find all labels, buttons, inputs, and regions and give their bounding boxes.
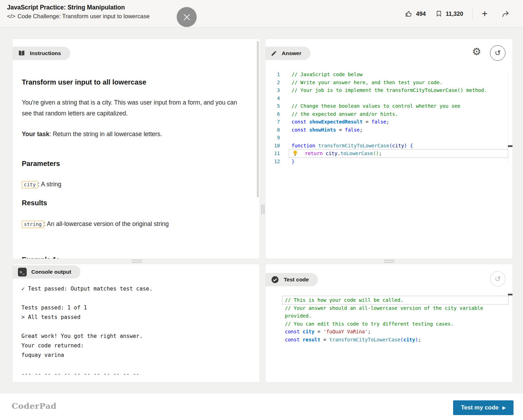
horizontal-resize-handle-right[interactable] xyxy=(384,260,394,263)
play-icon: ▶ xyxy=(503,405,506,410)
page-subtitle: </>Code Challenge: Transform user input … xyxy=(7,13,150,20)
horizontal-resize-handle-left[interactable] xyxy=(132,260,142,263)
editor-overview-marker xyxy=(508,294,512,295)
likes-stat[interactable]: 494 xyxy=(405,10,426,18)
tab-console-label: Console output xyxy=(31,269,71,275)
line-number: 1 xyxy=(266,71,289,79)
challenge-intro: You're given a string that is a city. Th… xyxy=(22,97,244,119)
line-number: 11 xyxy=(266,149,289,158)
code-tag-icon: </> xyxy=(7,13,15,19)
header-divider xyxy=(472,7,473,20)
reset-answer-button[interactable]: ↺ xyxy=(490,45,505,61)
line-number: 12 xyxy=(266,158,289,166)
bookmarks-count: 11,320 xyxy=(446,11,463,17)
terminal-icon: >_ xyxy=(18,268,27,276)
tab-answer-label: Answer xyxy=(282,50,301,56)
page-subtitle-text: Code Challenge: Transform user input to … xyxy=(18,13,150,19)
pencil-icon xyxy=(271,50,277,56)
page-title: JavaScript Practice: String Manipulation xyxy=(7,4,150,11)
parameters-heading: Parameters xyxy=(22,160,60,168)
tab-answer[interactable]: Answer xyxy=(266,47,310,60)
task-label: Your task xyxy=(22,131,49,138)
line-number: 8 xyxy=(266,126,289,134)
code-line[interactable]: 3// Your job is to implement the transfo… xyxy=(266,86,508,94)
book-icon xyxy=(18,50,25,56)
param-desc: : A string xyxy=(38,181,61,188)
line-number: 3 xyxy=(266,86,289,94)
code-line[interactable]: const city = 'fuQuaY VaRina'; xyxy=(282,328,508,336)
code-line[interactable]: 9 xyxy=(266,134,508,142)
tab-instructions-label: Instructions xyxy=(30,50,61,56)
vertical-resize-handle[interactable] xyxy=(261,205,264,214)
close-icon xyxy=(182,13,191,22)
tab-test-code[interactable]: Test code xyxy=(266,273,318,286)
test-my-code-label: Test my code xyxy=(461,404,498,411)
code-line[interactable]: // This is how your code will be called. xyxy=(282,296,508,304)
result-chip: string xyxy=(22,221,44,228)
challenge-task: Your task: Return the string in all lowe… xyxy=(22,129,244,140)
code-line[interactable]: 12} xyxy=(266,158,508,166)
bookmark-icon[interactable] xyxy=(436,10,442,18)
editor-overview-marker xyxy=(508,145,512,147)
code-line[interactable]: 6// the expected answer and/or hints. xyxy=(266,110,508,118)
code-line[interactable]: 11return city.toLowerCase(); xyxy=(266,149,508,158)
answer-panel: Answer ⚙ ↺ 1// JavaScript code below2// … xyxy=(265,39,513,259)
share-icon[interactable] xyxy=(502,10,510,18)
footer: CoderPad Test my code ▶ xyxy=(0,393,523,420)
line-number: 2 xyxy=(266,79,289,87)
likes-count: 494 xyxy=(416,11,426,17)
param-chip: city xyxy=(22,181,38,188)
check-circle-icon xyxy=(271,275,279,284)
lightbulb-icon[interactable] xyxy=(292,149,305,158)
console-panel: >_ Console output ✓ Test passed: Output … xyxy=(12,264,260,382)
instructions-scrollbar[interactable] xyxy=(257,41,259,198)
line-number: 4 xyxy=(266,94,289,102)
thumbs-up-icon[interactable] xyxy=(405,10,413,18)
tab-test-code-label: Test code xyxy=(284,276,309,283)
line-number: 10 xyxy=(266,142,289,150)
test-code-editor[interactable]: // This is how your code will be called.… xyxy=(282,296,508,344)
answer-code-editor[interactable]: 1// JavaScript code below2// Write your … xyxy=(266,71,508,165)
add-button[interactable]: + xyxy=(482,9,488,19)
bookmarks-stat[interactable]: 11,320 xyxy=(436,10,463,18)
results-heading: Results xyxy=(22,199,47,207)
code-line[interactable]: 5// Change these boolean values to contr… xyxy=(266,102,508,110)
coderpad-logo: CoderPad xyxy=(12,401,57,411)
settings-gear-icon[interactable]: ⚙ xyxy=(472,47,481,57)
line-number: 5 xyxy=(266,102,289,110)
test-code-panel: Test code ↺ // This is how your code wil… xyxy=(265,264,513,382)
header-text: JavaScript Practice: String Manipulation… xyxy=(7,4,150,20)
line-number: 7 xyxy=(266,118,289,126)
tab-instructions[interactable]: Instructions xyxy=(13,47,70,60)
line-number: 6 xyxy=(266,110,289,118)
close-button[interactable] xyxy=(177,7,197,27)
test-my-code-button[interactable]: Test my code ▶ xyxy=(453,400,514,415)
instructions-panel: Instructions Transform user input to all… xyxy=(12,39,260,259)
code-line[interactable]: 2// Write your answer here, and then tes… xyxy=(266,79,508,87)
tab-console-output[interactable]: >_ Console output xyxy=(13,265,80,279)
example-heading: Example 1: xyxy=(22,256,59,259)
result-row: string: An all-lowercase version of the … xyxy=(22,219,244,230)
code-line[interactable]: 1// JavaScript code below xyxy=(266,71,508,79)
result-desc: : An all-lowercase version of the origin… xyxy=(44,220,169,227)
code-line[interactable]: 10function transformCityToLowerCase(city… xyxy=(266,142,508,150)
code-line[interactable]: 8const showHints = false; xyxy=(266,126,508,134)
line-number: 9 xyxy=(266,134,289,142)
code-line[interactable]: 4 xyxy=(266,94,508,102)
code-line[interactable]: const result = transformCityToLowerCase(… xyxy=(282,336,508,344)
workspace: Instructions Transform user input to all… xyxy=(0,27,523,393)
challenge-heading: Transform user input to all lowercase xyxy=(22,78,146,86)
parameter-row: city: A string xyxy=(22,179,244,190)
reset-test-button[interactable]: ↺ xyxy=(490,271,505,287)
header: JavaScript Practice: String Manipulation… xyxy=(0,0,523,27)
code-line[interactable]: 7const showExpectedResult = false; xyxy=(266,118,508,126)
header-stats: 494 11,320 + xyxy=(405,8,510,20)
code-line[interactable]: // Your answer should an all-lowercase v… xyxy=(282,304,508,320)
console-output-text: ✓ Test passed: Output matches test case.… xyxy=(21,284,253,379)
code-line[interactable]: // You can edit this code to try differe… xyxy=(282,320,508,328)
task-text: : Return the string in all lowercase let… xyxy=(49,131,162,138)
